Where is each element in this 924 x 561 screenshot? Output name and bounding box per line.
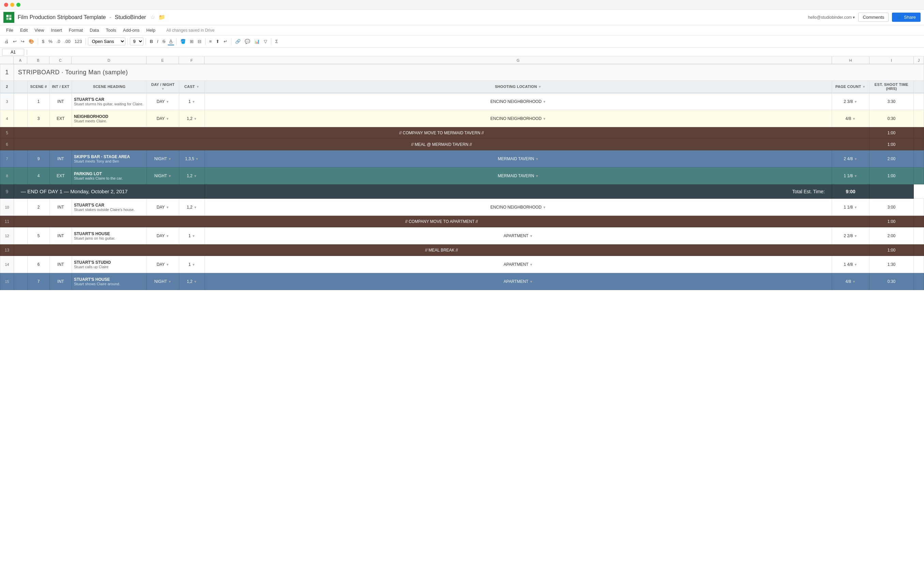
heading-10[interactable]: STUART'S CAR Stuart stakes outside Clair… — [72, 199, 147, 216]
scene-num-12[interactable]: 5 — [28, 227, 50, 244]
heading-12[interactable]: STUART'S HOUSE Stuart jams on his guitar… — [72, 227, 147, 244]
menu-file[interactable]: File — [3, 26, 16, 34]
menu-addons[interactable]: Add-ons — [120, 26, 142, 34]
font-color-button[interactable]: A — [168, 38, 174, 45]
heading-14[interactable]: STUART'S STUDIO Stuart calls up Claire — [72, 256, 147, 273]
day-night-4[interactable]: DAY ▼ — [147, 110, 179, 127]
bold-button[interactable]: B — [148, 38, 154, 45]
spreadsheet-title[interactable]: STRIPBOARD · Touring Man (sample) — [14, 64, 924, 81]
page-count-7[interactable]: 2 4/8 ▼ — [832, 150, 869, 167]
share-button[interactable]: 👤 Share — [892, 13, 921, 22]
heading-3[interactable]: STUART'S CAR Stuart sturms his guitar, w… — [72, 93, 147, 110]
scene-num-7[interactable]: 9 — [28, 150, 50, 167]
shoot-time-8[interactable]: 1:00 — [869, 167, 914, 184]
int-ext-12[interactable]: INT — [50, 227, 72, 244]
location-7[interactable]: MERMAID TAVERN ▼ — [205, 150, 832, 167]
int-ext-15[interactable]: INT — [50, 273, 72, 290]
format-number-button[interactable]: 123 — [73, 38, 84, 45]
scene-num-3[interactable]: 1 — [28, 93, 50, 110]
int-ext-14[interactable]: INT — [50, 256, 72, 273]
day-night-7[interactable]: NIGHT ▼ — [147, 150, 179, 167]
page-count-12[interactable]: 2 2/8 ▼ — [832, 227, 869, 244]
col-header-b[interactable]: B — [27, 57, 50, 64]
filter-button[interactable]: ▽ — [262, 38, 269, 45]
page-count-14[interactable]: 1 4/8 ▼ — [832, 256, 869, 273]
scene-num-14[interactable]: 6 — [28, 256, 50, 273]
cast-3[interactable]: 1 ▼ — [179, 93, 205, 110]
cast-8[interactable]: 1,2 ▼ — [179, 167, 205, 184]
day-night-14[interactable]: DAY ▼ — [147, 256, 179, 273]
cast-4[interactable]: 1,2 ▼ — [179, 110, 205, 127]
location-4[interactable]: ENCINO NEIGHBORHOOD ▼ — [205, 110, 832, 127]
heading-7[interactable]: SKIPP'S BAR - STAGE AREA Stuart meets To… — [72, 150, 147, 167]
currency-button[interactable]: $ — [40, 38, 46, 45]
paint-format-button[interactable]: 🎨 — [27, 38, 36, 45]
col-header-c[interactable]: C — [50, 57, 72, 64]
location-3[interactable]: ENCINO NEIGHBORHOOD ▼ — [205, 93, 832, 110]
redo-button[interactable]: ↪ — [19, 38, 26, 45]
menu-edit[interactable]: Edit — [17, 26, 30, 34]
int-ext-7[interactable]: INT — [50, 150, 72, 167]
page-count-10[interactable]: 1 1/8 ▼ — [832, 199, 869, 216]
strikethrough-button[interactable]: S — [160, 38, 167, 45]
col-header-g[interactable]: G — [204, 57, 832, 64]
star-icon[interactable]: ☆ — [150, 14, 155, 20]
link-button[interactable]: 🔗 — [234, 38, 242, 45]
cell-reference-input[interactable] — [2, 49, 24, 56]
menu-help[interactable]: Help — [144, 26, 158, 34]
menu-insert[interactable]: Insert — [48, 26, 65, 34]
menu-view[interactable]: View — [32, 26, 47, 34]
shoot-time-10[interactable]: 3:00 — [869, 199, 914, 216]
font-family-select[interactable]: Open Sans — [88, 38, 125, 45]
cast-15[interactable]: 1,2 ▼ — [179, 273, 205, 290]
int-ext-10[interactable]: INT — [50, 199, 72, 216]
comments-button[interactable]: Comments — [858, 13, 888, 22]
col-header-f[interactable]: F — [179, 57, 204, 64]
shoot-time-12[interactable]: 2:00 — [869, 227, 914, 244]
heading-8[interactable]: PARKING LOT Stuart walks Claire to the c… — [72, 167, 147, 184]
location-12[interactable]: APARTMENT ▼ — [205, 227, 832, 244]
shoot-time-14[interactable]: 1:30 — [869, 256, 914, 273]
day-night-15[interactable]: NIGHT ▼ — [147, 273, 179, 290]
location-8[interactable]: MERMAID TAVERN ▼ — [205, 167, 832, 184]
percent-button[interactable]: % — [47, 38, 54, 45]
scene-num-4[interactable]: 3 — [28, 110, 50, 127]
int-ext-3[interactable]: INT — [50, 93, 72, 110]
folder-icon[interactable]: 📁 — [159, 14, 165, 20]
day-night-3[interactable]: DAY ▼ — [147, 93, 179, 110]
scene-num-15[interactable]: 7 — [28, 273, 50, 290]
shoot-time-4[interactable]: 0:30 — [869, 110, 914, 127]
heading-4[interactable]: NEIGHBORHOOD Stuart meets Claire. — [72, 110, 147, 127]
maximize-button[interactable] — [16, 3, 21, 7]
shoot-time-3[interactable]: 3:30 — [869, 93, 914, 110]
day-night-10[interactable]: DAY ▼ — [147, 199, 179, 216]
formula-input[interactable] — [30, 50, 922, 54]
valign-button[interactable]: ⬆ — [214, 38, 221, 45]
location-10[interactable]: ENCINO NEIGHBORHOOD ▼ — [205, 199, 832, 216]
cast-12[interactable]: 1 ▼ — [179, 227, 205, 244]
int-ext-8[interactable]: EXT — [50, 167, 72, 184]
user-email[interactable]: hello@studiobinder.com ▾ — [808, 15, 855, 20]
functions-button[interactable]: Σ — [273, 38, 279, 45]
scene-num-8[interactable]: 4 — [28, 167, 50, 184]
menu-tools[interactable]: Tools — [103, 26, 118, 34]
merge-button[interactable]: ⊟ — [196, 38, 203, 45]
heading-15[interactable]: STUART'S HOUSE Stuart shows Claire aroun… — [72, 273, 147, 290]
page-count-8[interactable]: 1 1/8 ▼ — [832, 167, 869, 184]
location-14[interactable]: APARTMENT ▼ — [205, 256, 832, 273]
menu-data[interactable]: Data — [87, 26, 102, 34]
day-night-12[interactable]: DAY ▼ — [147, 227, 179, 244]
close-button[interactable] — [4, 3, 8, 7]
int-ext-4[interactable]: EXT — [50, 110, 72, 127]
align-button[interactable]: ≡ — [208, 38, 214, 45]
wrap-button[interactable]: ↵ — [222, 38, 229, 45]
cast-10[interactable]: 1,2 ▼ — [179, 199, 205, 216]
col-header-e[interactable]: E — [147, 57, 179, 64]
cast-14[interactable]: 1 ▼ — [179, 256, 205, 273]
decimal-increase-button[interactable]: .00 — [63, 38, 72, 45]
menu-format[interactable]: Format — [66, 26, 86, 34]
undo-button[interactable]: ↩ — [11, 38, 18, 45]
col-header-j[interactable]: J — [914, 57, 924, 64]
shoot-time-7[interactable]: 2:00 — [869, 150, 914, 167]
scene-num-10[interactable]: 2 — [28, 199, 50, 216]
